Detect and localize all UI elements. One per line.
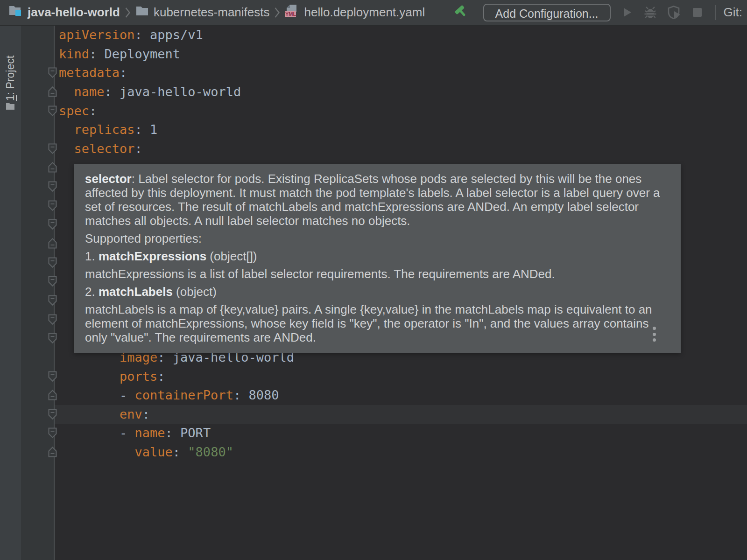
git-branch-widget[interactable]: Git: — [724, 5, 742, 20]
ide-window: java-hello-world kubernetes-manifests — [0, 0, 747, 560]
code-line[interactable]: selector: — [0, 140, 747, 159]
fold-region-start-icon[interactable] — [48, 294, 57, 306]
code-line[interactable]: value: "8080" — [0, 443, 747, 462]
project-tool-window-button[interactable]: 1: Project — [0, 55, 21, 101]
add-configuration-button[interactable]: Add Configuration... — [483, 4, 611, 21]
fold-region-start-icon[interactable] — [48, 371, 57, 382]
breadcrumb-label: hello.deployment.yaml — [304, 5, 425, 20]
fold-region-start-icon[interactable] — [48, 427, 57, 439]
code-line-text: name: java-hello-world — [59, 83, 241, 102]
project-button-label: Project — [4, 55, 16, 89]
code-line[interactable]: name: java-hello-world — [0, 83, 747, 102]
code-line-text: env: — [59, 405, 150, 424]
doc-paragraph: 1. matchExpressions (object[]) — [85, 249, 669, 263]
run-icon[interactable] — [620, 6, 633, 19]
fold-region-start-icon[interactable] — [48, 67, 57, 78]
breadcrumb-directory[interactable]: kubernetes-manifests — [135, 5, 270, 20]
doc-paragraph: 2. matchLabels (object) — [85, 285, 669, 299]
fold-region-start-icon[interactable] — [48, 200, 57, 211]
folder-icon — [135, 5, 149, 20]
code-line[interactable]: env: — [0, 405, 747, 424]
fold-region-end-icon[interactable] — [48, 86, 57, 98]
fold-region-start-icon[interactable] — [48, 143, 57, 154]
code-line[interactable]: - containerPort: 8080 — [0, 386, 747, 405]
fold-region-end-icon[interactable] — [48, 446, 57, 458]
doc-paragraphs: selector: Label selector for pods. Exist… — [85, 172, 669, 344]
breadcrumb-label: java-hello-world — [28, 5, 120, 20]
fold-region-start-icon[interactable] — [48, 181, 57, 192]
line-background — [55, 120, 747, 140]
fold-region-end-icon[interactable] — [48, 389, 57, 401]
line-background — [55, 63, 747, 83]
toolbar-divider — [715, 5, 716, 20]
doc-paragraph: selector: Label selector for pods. Exist… — [85, 172, 669, 228]
code-line-text: apiVersion: apps/v1 — [59, 26, 203, 45]
breadcrumb-file[interactable]: YML hello.deployment.yaml — [285, 4, 425, 21]
stop-icon[interactable] — [692, 7, 703, 18]
code-line[interactable]: - name: PORT — [0, 424, 747, 443]
breadcrumb-toolbar: java-hello-world kubernetes-manifests — [0, 0, 747, 26]
code-line[interactable]: apiVersion: apps/v1 — [0, 26, 747, 45]
code-line[interactable]: kind: Deployment — [0, 45, 747, 64]
code-line-text: metadata: — [59, 63, 127, 83]
left-tool-stripe: 1: Project — [0, 26, 21, 560]
fold-region-start-icon[interactable] — [48, 332, 57, 344]
doc-paragraph: Supported properties: — [85, 231, 669, 245]
chevron-right-icon — [125, 7, 131, 19]
fold-region-start-icon[interactable] — [48, 218, 57, 230]
fold-region-end-icon[interactable] — [48, 238, 57, 249]
breadcrumb-label: kubernetes-manifests — [154, 5, 270, 20]
code-line-text: kind: Deployment — [59, 45, 180, 64]
fold-region-start-icon[interactable] — [48, 257, 57, 268]
code-line-text: - name: PORT — [59, 424, 211, 443]
kebab-menu-icon[interactable] — [653, 327, 656, 342]
code-line-text: selector: — [59, 140, 142, 159]
chevron-right-icon — [274, 7, 280, 19]
yaml-file-icon: YML — [285, 4, 299, 21]
project-button-number: 1 — [4, 95, 16, 101]
folder-icon — [6, 102, 15, 112]
quick-doc-tooltip: selector: Label selector for pods. Exist… — [74, 164, 681, 353]
code-line[interactable]: ports: — [0, 367, 747, 386]
doc-paragraph: matchLabels is a map of {key,value} pair… — [85, 302, 669, 344]
current-line-highlight — [55, 405, 747, 424]
fold-region-start-icon[interactable] — [48, 408, 57, 420]
debug-bug-icon[interactable] — [643, 6, 657, 20]
code-line[interactable]: metadata: — [0, 63, 747, 83]
project-folder-icon — [8, 4, 23, 21]
code-line-text: spec: — [59, 102, 97, 121]
fold-region-start-icon[interactable] — [48, 105, 57, 117]
fold-region-start-icon[interactable] — [48, 314, 57, 325]
code-line-text: replicas: 1 — [59, 120, 157, 140]
yml-badge: YML — [285, 11, 296, 17]
doc-paragraph: matchExpressions is a list of label sele… — [85, 267, 669, 281]
line-background — [55, 140, 747, 159]
code-line-text: - containerPort: 8080 — [59, 386, 279, 405]
code-line-text: value: "8080" — [59, 443, 233, 462]
build-hammer-icon[interactable] — [452, 3, 470, 22]
fold-region-start-icon[interactable] — [48, 275, 57, 287]
fold-region-end-icon[interactable] — [48, 161, 57, 173]
code-line-text: ports: — [59, 367, 165, 386]
run-with-coverage-icon[interactable] — [668, 5, 682, 20]
code-line[interactable]: replicas: 1 — [0, 120, 747, 140]
breadcrumb-project[interactable]: java-hello-world — [8, 4, 120, 21]
code-line[interactable]: spec: — [0, 102, 747, 121]
line-background — [55, 102, 747, 121]
